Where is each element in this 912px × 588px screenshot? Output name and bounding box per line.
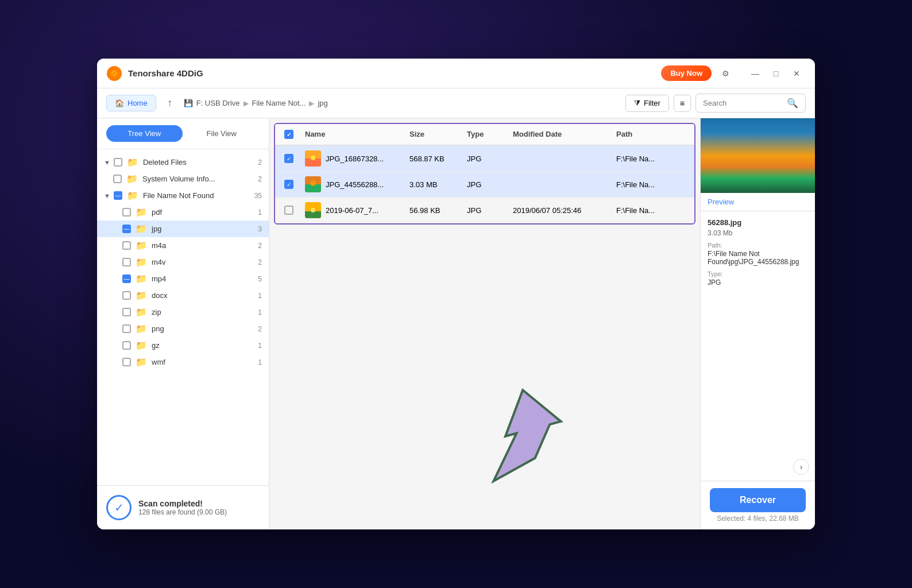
row-2-path: F:\File Na... bbox=[616, 180, 685, 189]
preview-panel: Preview 56288.jpg 3.03 Mb Path: F:\File … bbox=[700, 118, 815, 529]
buy-now-button[interactable]: Buy Now bbox=[661, 65, 712, 81]
main-content: Tree View File View ▼ 📁 Deleted Files 2 … bbox=[97, 118, 815, 529]
sidebar-count-jpg: 3 bbox=[258, 225, 262, 233]
table-row[interactable]: ✓ JPG_44556288... 3.03 MB JPG bbox=[275, 172, 694, 198]
sidebar-item-gz[interactable]: 📁 gz 1 bbox=[97, 337, 269, 354]
sidebar-label-docx: docx bbox=[152, 291, 256, 300]
sidebar-label: Deleted Files bbox=[143, 158, 256, 167]
select-all-checkbox[interactable]: ✓ bbox=[284, 130, 305, 139]
sidebar-label-gz: gz bbox=[152, 341, 256, 350]
row-3-name-cell: 2019-06-07_7... bbox=[305, 202, 409, 218]
search-input[interactable] bbox=[703, 99, 783, 107]
docx-checkbox[interactable] bbox=[122, 291, 131, 300]
file-view-button[interactable]: File View bbox=[184, 125, 260, 142]
row-3-checkbox[interactable] bbox=[284, 206, 293, 215]
close-button[interactable]: ✕ bbox=[787, 64, 806, 83]
folder-icon-system: 📁 bbox=[126, 173, 138, 184]
m4v-checkbox[interactable] bbox=[122, 258, 131, 266]
sidebar-label-m4a: m4a bbox=[152, 241, 256, 250]
list-view-button[interactable]: ≡ bbox=[674, 95, 691, 112]
back-button[interactable]: ↑ bbox=[161, 94, 179, 113]
folder-icon: 📁 bbox=[127, 157, 138, 168]
app-title: Tenorshare 4DDiG bbox=[128, 68, 661, 78]
sidebar-count-mp4: 5 bbox=[258, 275, 262, 283]
wmf-checkbox[interactable] bbox=[122, 358, 131, 366]
row-3-size: 56.98 KB bbox=[409, 206, 467, 215]
mp4-checkbox[interactable]: — bbox=[122, 274, 131, 283]
preview-type-label: Type: bbox=[708, 270, 808, 277]
m4a-checkbox[interactable] bbox=[122, 241, 131, 250]
preview-arrow-area: › bbox=[701, 298, 815, 481]
svg-point-4 bbox=[311, 156, 315, 160]
sidebar-item-wmf[interactable]: 📁 wmf 1 bbox=[97, 354, 269, 370]
breadcrumb-item-1[interactable]: File Name Not... bbox=[252, 99, 306, 107]
sidebar-item-deleted-files[interactable]: ▼ 📁 Deleted Files 2 bbox=[97, 154, 269, 171]
row-1-checkbox[interactable]: ✓ bbox=[284, 154, 293, 163]
sidebar-item-m4a[interactable]: 📁 m4a 2 bbox=[97, 237, 269, 254]
preview-filename: 56288.jpg bbox=[708, 218, 808, 227]
row-3-filename: 2019-06-07_7... bbox=[326, 206, 378, 215]
system-volume-checkbox[interactable] bbox=[113, 175, 122, 183]
jpg-checkbox[interactable]: — bbox=[122, 225, 131, 233]
maximize-button[interactable]: □ bbox=[767, 64, 785, 83]
sidebar-count-m4v: 2 bbox=[258, 258, 262, 266]
row-3-modified: 2019/06/07 05:25:46 bbox=[513, 206, 616, 215]
scan-title: Scan completed! bbox=[138, 499, 227, 508]
sidebar-item-file-name-not-found[interactable]: ▼ — 📁 File Name Not Found 35 bbox=[97, 187, 269, 204]
table-header: ✓ Name Size Type Modified Date Path bbox=[275, 124, 694, 146]
sidebar-item-png[interactable]: 📁 png 2 bbox=[97, 320, 269, 337]
settings-icon-button[interactable]: ⚙ bbox=[716, 64, 735, 83]
filter-button[interactable]: ⧩ Filter bbox=[625, 95, 669, 112]
folder-icon-mp4: 📁 bbox=[136, 273, 147, 284]
sidebar-item-system-volume[interactable]: 📁 System Volume Info... 2 bbox=[97, 171, 269, 187]
row-2-checkbox[interactable]: ✓ bbox=[284, 180, 293, 189]
preview-tab[interactable]: Preview bbox=[701, 193, 815, 211]
svg-point-10 bbox=[311, 208, 315, 212]
preview-path-value: F:\File Name Not Found\jpg\JPG_44556288.… bbox=[708, 250, 808, 266]
search-box: 🔍 bbox=[695, 94, 806, 113]
sidebar-item-docx[interactable]: 📁 docx 1 bbox=[97, 287, 269, 304]
sidebar-item-zip[interactable]: 📁 zip 1 bbox=[97, 304, 269, 320]
tree-container: ▼ 📁 Deleted Files 2 📁 System Volume Info… bbox=[97, 149, 269, 485]
folder-icon-m4a: 📁 bbox=[136, 240, 147, 251]
home-button[interactable]: 🏠 Home bbox=[106, 95, 156, 111]
col-modified: Modified Date bbox=[513, 130, 616, 139]
arrow-annotation bbox=[470, 380, 574, 483]
pdf-checkbox[interactable] bbox=[122, 208, 131, 216]
zip-checkbox[interactable] bbox=[122, 308, 131, 316]
minimize-button[interactable]: — bbox=[746, 64, 764, 83]
gz-checkbox[interactable] bbox=[122, 341, 131, 350]
header-checkbox-icon: ✓ bbox=[284, 130, 293, 139]
sidebar-item-m4v[interactable]: 📁 m4v 2 bbox=[97, 254, 269, 270]
folder-icon-docx: 📁 bbox=[136, 290, 147, 301]
sidebar-item-pdf[interactable]: 📁 pdf 1 bbox=[97, 204, 269, 220]
folder-icon-jpg: 📁 bbox=[136, 223, 147, 234]
sidebar-item-mp4[interactable]: — 📁 mp4 5 bbox=[97, 270, 269, 287]
row-3-type: JPG bbox=[467, 206, 513, 215]
table-row[interactable]: ✓ JPG_16867328... 568.87 KB JPG bbox=[275, 146, 694, 172]
tree-view-button[interactable]: Tree View bbox=[106, 125, 183, 142]
sunset-image bbox=[701, 118, 815, 193]
filter-label: Filter bbox=[644, 99, 660, 107]
search-icon[interactable]: 🔍 bbox=[787, 98, 798, 109]
breadcrumb-item-2[interactable]: jpg bbox=[318, 99, 327, 107]
preview-next-button[interactable]: › bbox=[793, 459, 809, 475]
row-2-filename: JPG_44556288... bbox=[326, 180, 384, 189]
row-1-type: JPG bbox=[467, 154, 513, 163]
png-checkbox[interactable] bbox=[122, 324, 131, 333]
sidebar-count-png: 2 bbox=[258, 325, 262, 333]
col-name: Name bbox=[305, 130, 409, 139]
svg-text:🔶: 🔶 bbox=[110, 69, 120, 79]
expand-icon: ▼ bbox=[104, 159, 110, 166]
table-row[interactable]: 2019-06-07_7... 56.98 KB JPG 2019/06/07 … bbox=[275, 198, 694, 223]
col-type: Type bbox=[467, 130, 513, 139]
fnf-checkbox[interactable]: — bbox=[114, 191, 122, 200]
expand-icon-fnf: ▼ bbox=[104, 192, 110, 199]
sidebar-count-gz: 1 bbox=[258, 342, 262, 350]
col-path: Path bbox=[616, 130, 685, 139]
app-logo: 🔶 bbox=[106, 65, 122, 82]
sidebar-item-jpg[interactable]: — 📁 jpg 3 bbox=[97, 220, 269, 237]
recover-button[interactable]: Recover bbox=[710, 488, 806, 512]
scan-text: Scan completed! 128 files are found (9.0… bbox=[138, 499, 227, 516]
deleted-files-checkbox[interactable] bbox=[114, 158, 122, 167]
